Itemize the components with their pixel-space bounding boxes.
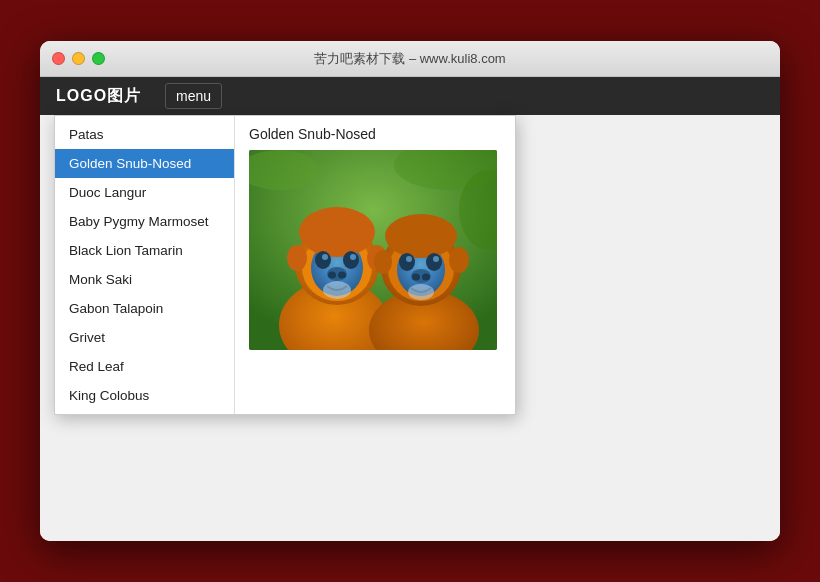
menu-bar: LOGO图片 menu [40, 77, 780, 115]
svg-point-25 [385, 214, 457, 258]
dropdown-item-golden-snub-nosed[interactable]: Golden Snub-Nosed [55, 149, 234, 178]
svg-point-10 [287, 245, 307, 271]
svg-point-31 [433, 256, 439, 262]
svg-point-27 [374, 250, 392, 274]
svg-point-28 [399, 253, 415, 271]
svg-point-34 [422, 274, 430, 281]
dropdown-item-monk-saki[interactable]: Monk Saki [55, 265, 234, 294]
svg-point-9 [299, 207, 375, 257]
preview-title: Golden Snub-Nosed [249, 126, 501, 142]
dropdown-item-gabon-talapoin[interactable]: Gabon Talapoin [55, 294, 234, 323]
svg-point-17 [328, 272, 336, 279]
svg-point-33 [412, 274, 420, 281]
dropdown-item-duoc-langur[interactable]: Duoc Langur [55, 178, 234, 207]
svg-point-19 [323, 281, 351, 299]
dropdown-item-black-lion-tamarin[interactable]: Black Lion Tamarin [55, 236, 234, 265]
title-bar: 苦力吧素材下载 – www.kuli8.com [40, 41, 780, 77]
app-window: 苦力吧素材下载 – www.kuli8.com LOGO图片 menu Pata… [40, 41, 780, 541]
dropdown-item-red-leaf[interactable]: Red Leaf [55, 352, 234, 381]
logo-text: LOGO图片 [56, 86, 141, 107]
window-title: 苦力吧素材下载 – www.kuli8.com [314, 50, 505, 68]
content-area: Patas Golden Snub-Nosed Duoc Langur Baby… [40, 115, 780, 541]
window-controls [52, 52, 105, 65]
maximize-button[interactable] [92, 52, 105, 65]
svg-point-14 [322, 254, 328, 260]
dropdown-item-grivet[interactable]: Grivet [55, 323, 234, 352]
dropdown-item-baby-pygmy-marmoset[interactable]: Baby Pygmy Marmoset [55, 207, 234, 236]
svg-point-12 [315, 251, 331, 269]
dropdown-item-king-colobus[interactable]: King Colobus [55, 381, 234, 410]
svg-point-35 [408, 284, 434, 300]
svg-point-29 [426, 253, 442, 271]
dropdown-menu: Patas Golden Snub-Nosed Duoc Langur Baby… [54, 115, 516, 415]
svg-point-15 [350, 254, 356, 260]
svg-point-26 [449, 247, 469, 273]
dropdown-list: Patas Golden Snub-Nosed Duoc Langur Baby… [55, 116, 235, 414]
dropdown-preview: Golden Snub-Nosed [235, 116, 515, 414]
menu-button[interactable]: menu [165, 83, 222, 109]
minimize-button[interactable] [72, 52, 85, 65]
close-button[interactable] [52, 52, 65, 65]
svg-point-18 [338, 272, 346, 279]
preview-image [249, 150, 497, 350]
svg-point-30 [406, 256, 412, 262]
svg-point-13 [343, 251, 359, 269]
dropdown-item-patas[interactable]: Patas [55, 120, 234, 149]
